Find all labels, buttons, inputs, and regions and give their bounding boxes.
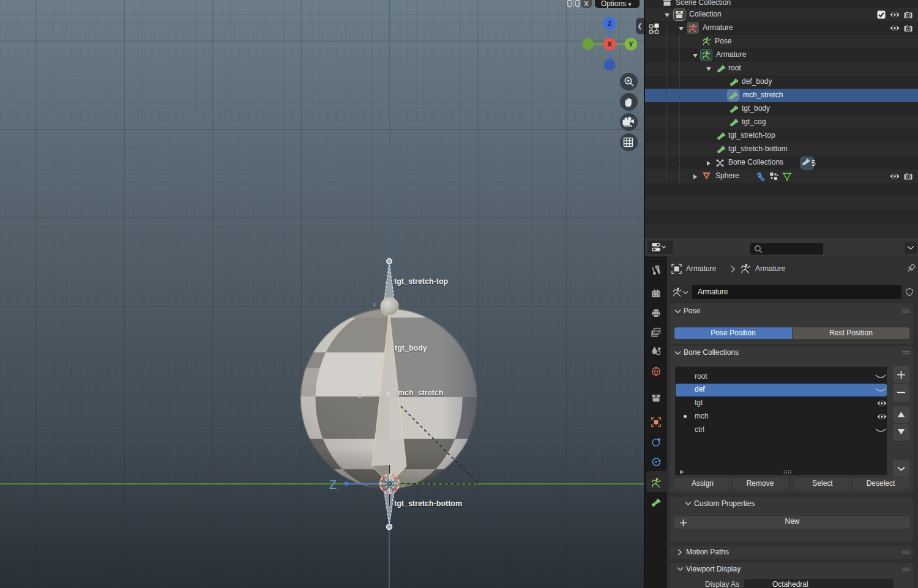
- svg-text:tgt_body: tgt_body: [395, 344, 427, 352]
- svg-text:×: ×: [386, 390, 390, 397]
- svg-text:Z: Z: [358, 392, 362, 399]
- svg-text:Y: Y: [629, 40, 633, 48]
- svg-text:tgt_stretch-bottom: tgt_stretch-bottom: [394, 499, 462, 508]
- svg-text:Z: Z: [608, 20, 612, 27]
- svg-text:z: z: [373, 302, 376, 307]
- svg-text:z: z: [401, 482, 404, 488]
- svg-text:tgt_stretch-top: tgt_stretch-top: [394, 277, 449, 286]
- svg-text:Z: Z: [329, 478, 337, 491]
- svg-text:mch_stretch: mch_stretch: [398, 389, 443, 397]
- svg-text:X: X: [607, 40, 612, 48]
